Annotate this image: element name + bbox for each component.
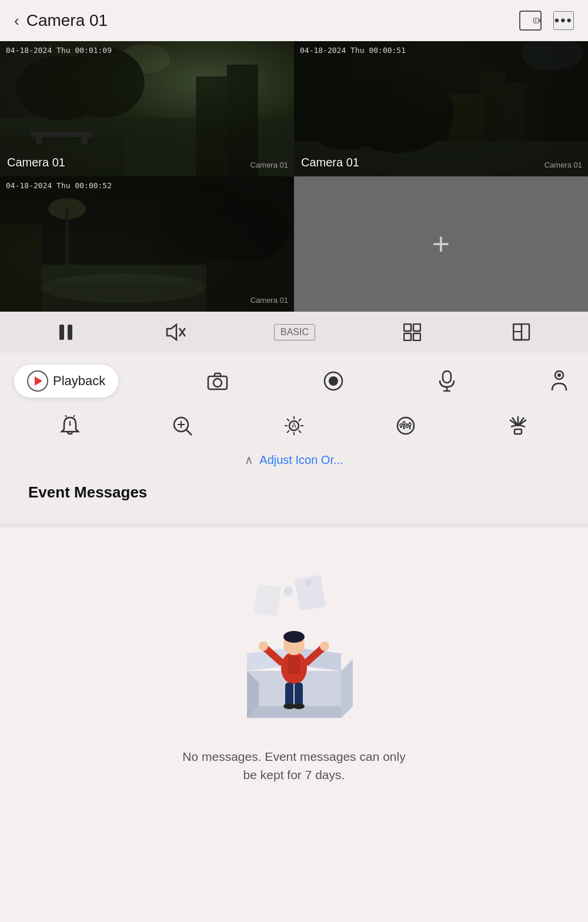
camera-1-label: Camera 01 (7, 156, 65, 169)
svg-point-79 (403, 422, 405, 425)
split-icon (513, 323, 530, 341)
svg-rect-87 (514, 429, 522, 434)
camera-cell-2[interactable]: 04-18-2024 Thu 00:00:51 Camera 01 Camera… (294, 41, 588, 176)
svg-rect-39 (404, 324, 411, 331)
svg-rect-106 (285, 683, 293, 706)
microphone-icon (438, 370, 456, 392)
add-video-button[interactable] (519, 11, 542, 31)
pause-icon (58, 323, 74, 341)
adjust-chevron-icon: ∧ (245, 453, 253, 467)
audio-settings-button[interactable] (389, 412, 422, 440)
empty-state: No messages. Event messages can only be … (0, 527, 588, 821)
camera-2-label: Camera 01 (301, 156, 359, 169)
svg-point-90 (283, 587, 293, 596)
split-button[interactable] (509, 320, 534, 345)
brightness-icon: A (283, 415, 305, 436)
camera-3-timestamp: 04-18-2024 Thu 00:00:52 (6, 181, 112, 190)
svg-point-13 (62, 47, 144, 118)
svg-rect-99 (288, 656, 300, 674)
svg-rect-6 (227, 65, 258, 176)
record-button[interactable] (317, 367, 350, 395)
svg-line-68 (287, 419, 289, 421)
adjust-row: ∧ Adjust Icon Or... (14, 449, 574, 473)
snapshot-icon (207, 372, 228, 390)
zoom-button[interactable] (166, 412, 199, 440)
camera-3-sublabel: Camera 01 (250, 296, 288, 305)
controls-row-1: Playback (14, 365, 574, 397)
adjust-icon-link[interactable]: Adjust Icon Or... (259, 453, 343, 467)
svg-rect-107 (295, 683, 303, 706)
header-right: ••• (519, 11, 574, 31)
svg-point-80 (406, 425, 408, 427)
alarm-icon (59, 415, 81, 436)
svg-line-70 (299, 419, 301, 421)
camera-2-timestamp: 04-18-2024 Thu 00:00:51 (300, 46, 406, 55)
separator (0, 523, 588, 527)
back-button[interactable]: ‹ (14, 12, 19, 30)
mute-icon (166, 323, 186, 341)
svg-point-22 (305, 85, 387, 150)
playback-label: Playback (53, 373, 105, 389)
svg-rect-8 (31, 132, 93, 137)
empty-illustration (212, 565, 376, 730)
controls-row-2: A (14, 412, 574, 440)
svg-line-71 (287, 430, 289, 433)
event-messages-title: Event Messages (28, 483, 147, 501)
audio-settings-icon (395, 415, 416, 436)
basic-button[interactable]: BASIC (274, 324, 315, 340)
mute-button[interactable] (162, 320, 189, 345)
svg-rect-50 (443, 371, 451, 383)
svg-rect-35 (68, 325, 72, 340)
camera-1-sublabel: Camera 01 (250, 161, 288, 169)
camera-cell-3[interactable]: 04-18-2024 Thu 00:00:52 Camera 01 (0, 176, 294, 312)
add-video-icon (533, 15, 540, 26)
person-detection-button[interactable] (544, 367, 574, 395)
more-button[interactable]: ••• (553, 11, 574, 30)
svg-rect-41 (404, 333, 411, 340)
microphone-button[interactable] (432, 367, 462, 395)
svg-rect-27 (0, 223, 41, 312)
svg-rect-42 (413, 333, 420, 340)
filter-icon (507, 415, 529, 436)
svg-rect-9 (36, 137, 42, 144)
svg-marker-95 (341, 659, 353, 718)
snapshot-button[interactable] (201, 368, 234, 394)
svg-line-55 (65, 415, 66, 417)
svg-point-109 (293, 703, 305, 709)
camera-2-sublabel: Camera 01 (544, 161, 582, 169)
alarm-button[interactable] (54, 412, 86, 440)
svg-point-78 (400, 424, 402, 426)
event-messages-section: Event Messages (14, 473, 574, 513)
playback-button[interactable]: Playback (14, 365, 118, 397)
play-triangle-icon (35, 376, 42, 386)
camera-cell-1[interactable]: 04-18-2024 Thu 00:01:09 Camera 01 Camera… (0, 41, 294, 176)
page-title: Camera 01 (26, 11, 108, 30)
svg-point-91 (306, 580, 312, 586)
svg-point-105 (320, 642, 329, 651)
filter-button[interactable] (502, 412, 534, 440)
add-camera-icon: + (432, 229, 450, 259)
svg-rect-10 (82, 137, 88, 144)
controls-panel: Playback (0, 353, 588, 523)
playback-bar: BASIC (0, 312, 588, 353)
svg-point-104 (259, 642, 268, 651)
svg-rect-34 (59, 325, 64, 340)
header: ‹ Camera 01 ••• (0, 0, 588, 41)
svg-text:A: A (292, 422, 296, 430)
grid-button[interactable] (400, 320, 425, 345)
svg-marker-36 (167, 325, 176, 340)
zoom-icon (172, 415, 193, 436)
svg-line-56 (74, 415, 75, 417)
camera-add-cell[interactable]: + (294, 176, 588, 312)
pause-button[interactable] (54, 320, 78, 345)
camera-1-timestamp: 04-18-2024 Thu 00:01:09 (6, 46, 112, 55)
header-left: ‹ Camera 01 (14, 11, 108, 30)
camera-grid: 04-18-2024 Thu 00:01:09 Camera 01 Camera… (0, 41, 588, 312)
empty-state-svg (212, 565, 376, 730)
svg-rect-40 (413, 324, 420, 331)
svg-point-81 (409, 423, 411, 426)
svg-point-47 (213, 379, 222, 387)
svg-line-60 (186, 430, 192, 435)
svg-line-69 (299, 430, 301, 433)
brightness-button[interactable]: A (278, 412, 310, 440)
